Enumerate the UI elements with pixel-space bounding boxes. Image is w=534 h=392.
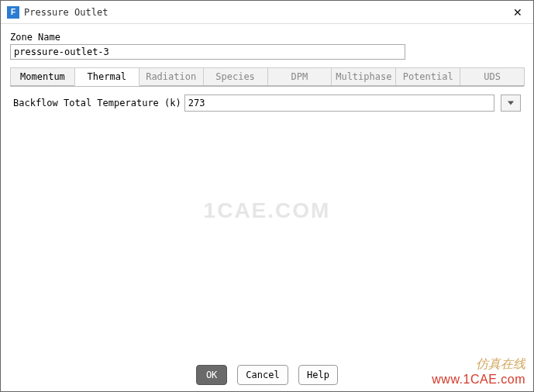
backflow-temp-row: Backflow Total Temperature (k) — [13, 95, 521, 112]
zone-name-label: Zone Name — [10, 32, 524, 43]
tab-potential[interactable]: Potential — [395, 67, 460, 86]
tab-multiphase[interactable]: Multiphase — [331, 67, 396, 86]
backflow-temp-input[interactable] — [184, 95, 494, 112]
watermark-center: 1CAE.COM — [204, 198, 331, 223]
cancel-button[interactable]: Cancel — [237, 365, 288, 385]
close-button[interactable]: ✕ — [502, 1, 533, 24]
titlebar: F Pressure Outlet ✕ — [1, 1, 533, 24]
tab-thermal[interactable]: Thermal — [74, 67, 140, 86]
backflow-temp-label: Backflow Total Temperature (k) — [13, 98, 181, 108]
tab-momentum[interactable]: Momentum — [10, 67, 75, 86]
app-icon: F — [7, 6, 19, 19]
tab-dpm[interactable]: DPM — [267, 67, 332, 86]
chevron-down-icon — [508, 101, 514, 105]
tab-radiation[interactable]: Radiation — [139, 67, 204, 86]
window-title: Pressure Outlet — [24, 7, 502, 18]
backflow-temp-dropdown[interactable] — [501, 95, 521, 112]
ok-button[interactable]: OK — [196, 365, 227, 385]
tab-bar: Momentum Thermal Radiation Species DPM M… — [10, 67, 524, 87]
help-button[interactable]: Help — [298, 365, 338, 385]
tab-uds[interactable]: UDS — [460, 67, 525, 86]
tab-species[interactable]: Species — [203, 67, 268, 86]
zone-name-input[interactable] — [10, 44, 405, 60]
tab-panel-thermal: Backflow Total Temperature (k) 1CAE.COM — [10, 87, 524, 354]
dialog-content: Zone Name Momentum Thermal Radiation Spe… — [1, 24, 533, 359]
dialog-footer: OK Cancel Help — [1, 365, 533, 385]
